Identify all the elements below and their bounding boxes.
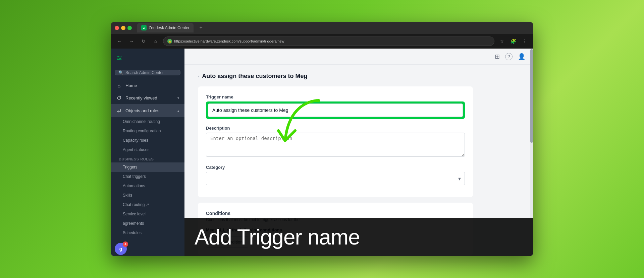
- browser-tab[interactable]: Z Zendesk Admin Center: [137, 23, 194, 32]
- zendesk-logo: ≋: [116, 54, 127, 65]
- home-nav-button[interactable]: ⌂: [151, 37, 160, 46]
- close-button[interactable]: [115, 26, 119, 30]
- sidebar-section-business-rules: Business rules: [111, 154, 184, 162]
- category-select[interactable]: [206, 172, 465, 185]
- category-field: Category ▾: [206, 165, 465, 185]
- maximize-button[interactable]: [127, 26, 132, 30]
- sidebar-item-objects-rules[interactable]: ⇄ Objects and rules ▴: [111, 104, 184, 117]
- sidebar: ≋ 🔍 Search Admin Center ⌂ Home ⏱ Recentl…: [111, 49, 184, 256]
- sidebar-item-service-level[interactable]: Service level: [111, 209, 184, 219]
- sidebar-item-recently-viewed[interactable]: ⏱ Recently viewed ▾: [111, 92, 184, 104]
- user-icon[interactable]: 👤: [518, 53, 525, 60]
- chevron-down-icon: ▾: [177, 96, 179, 100]
- help-icon[interactable]: ?: [505, 53, 513, 60]
- category-select-wrapper: ▾: [206, 172, 465, 185]
- sidebar-submenu: Omnichannel routing Routing configuratio…: [111, 117, 184, 237]
- category-label: Category: [206, 165, 465, 170]
- clock-icon: ⏱: [116, 95, 122, 101]
- address-bar: ← → ↻ ⌂ 🔒 https://selective hardware.zen…: [111, 34, 533, 49]
- sidebar-objects-label: Objects and rules: [125, 108, 159, 113]
- bookmark-icon[interactable]: ☆: [497, 37, 506, 46]
- new-tab-button[interactable]: +: [196, 23, 206, 32]
- sidebar-item-triggers[interactable]: Triggers: [111, 162, 184, 172]
- notification-badge: 4: [123, 241, 128, 247]
- trigger-name-field: Trigger name: [206, 94, 465, 119]
- zendesk-favicon: Z: [141, 25, 147, 30]
- objects-icon: ⇄: [116, 108, 122, 114]
- forward-button[interactable]: →: [127, 37, 136, 46]
- back-button[interactable]: ←: [115, 37, 124, 46]
- title-bar: Z Zendesk Admin Center +: [111, 22, 533, 34]
- sidebar-item-chat-routing[interactable]: Chat routing ↗: [111, 200, 184, 209]
- search-placeholder: Search Admin Center: [125, 70, 164, 75]
- sidebar-nav: ⌂ Home ⏱ Recently viewed ▾ ⇄ Objects and…: [111, 78, 184, 239]
- main-content: ≋ 🔍 Search Admin Center ⌂ Home ⏱ Recentl…: [111, 49, 533, 256]
- sidebar-item-home[interactable]: ⌂ Home: [111, 79, 184, 92]
- conditions-title: Conditions: [206, 211, 465, 216]
- chevron-up-icon: ▴: [177, 109, 179, 113]
- trigger-name-input[interactable]: [208, 103, 463, 117]
- search-icon: 🔍: [118, 70, 123, 75]
- sidebar-bottom: g 4: [111, 239, 184, 256]
- home-icon: ⌂: [116, 83, 122, 88]
- secure-icon: 🔒: [167, 39, 172, 44]
- tab-title: Zendesk Admin Center: [149, 25, 190, 30]
- toolbar-actions: ☆ 🧩 ⋮: [497, 37, 529, 46]
- menu-icon[interactable]: ⋮: [520, 37, 529, 46]
- breadcrumb: ‹ Auto assign these customers to Meg: [198, 73, 473, 80]
- sidebar-item-chat-triggers[interactable]: Chat triggers: [111, 172, 184, 181]
- grid-icon[interactable]: ⊞: [495, 53, 500, 60]
- description-label: Description: [206, 126, 465, 131]
- sidebar-item-home-label: Home: [125, 83, 137, 88]
- sidebar-item-automations[interactable]: Automations: [111, 181, 184, 191]
- sidebar-header: ≋: [111, 49, 184, 67]
- sidebar-item-schedules[interactable]: Schedules: [111, 228, 184, 237]
- sidebar-search[interactable]: 🔍 Search Admin Center: [115, 70, 180, 75]
- description-input[interactable]: [206, 133, 465, 157]
- url-text: https://selective hardware.zendesk.com/s…: [174, 39, 284, 43]
- caption-bar: Add Trigger name: [184, 218, 533, 256]
- page-content: ⊞ ? 👤 ‹ Auto assign these customers to M…: [184, 49, 533, 256]
- sidebar-item-routing-config[interactable]: Routing configuration: [111, 126, 184, 136]
- traffic-lights: [115, 26, 132, 30]
- minimize-button[interactable]: [121, 26, 125, 30]
- caption-text: Add Trigger name: [195, 225, 360, 250]
- sidebar-item-capacity-rules[interactable]: Capacity rules: [111, 136, 184, 145]
- sidebar-item-agreements[interactable]: agreements: [111, 219, 184, 228]
- scrollbar-thumb[interactable]: [530, 49, 533, 143]
- sidebar-recently-viewed-label: Recently viewed: [125, 95, 157, 100]
- browser-window: Z Zendesk Admin Center + ← → ↻ ⌂ 🔒 https…: [111, 22, 533, 256]
- back-arrow-icon: ‹: [198, 74, 199, 79]
- refresh-button[interactable]: ↻: [139, 37, 148, 46]
- trigger-name-highlight: [206, 101, 465, 119]
- url-bar[interactable]: 🔒 https://selective hardware.zendesk.com…: [163, 37, 494, 46]
- sidebar-item-omnichannel[interactable]: Omnichannel routing: [111, 117, 184, 126]
- user-avatar-area[interactable]: g 4: [115, 243, 127, 255]
- trigger-name-section: Trigger name Description Category: [198, 86, 473, 197]
- sidebar-item-agent-statuses[interactable]: Agent statuses: [111, 145, 184, 154]
- trigger-name-label: Trigger name: [206, 94, 465, 99]
- description-field: Description: [206, 126, 465, 158]
- sidebar-item-skills[interactable]: Skills: [111, 191, 184, 200]
- page-title: Auto assign these customers to Meg: [202, 73, 307, 80]
- header-bar: ⊞ ? 👤: [184, 49, 533, 65]
- extensions-icon[interactable]: 🧩: [508, 37, 518, 46]
